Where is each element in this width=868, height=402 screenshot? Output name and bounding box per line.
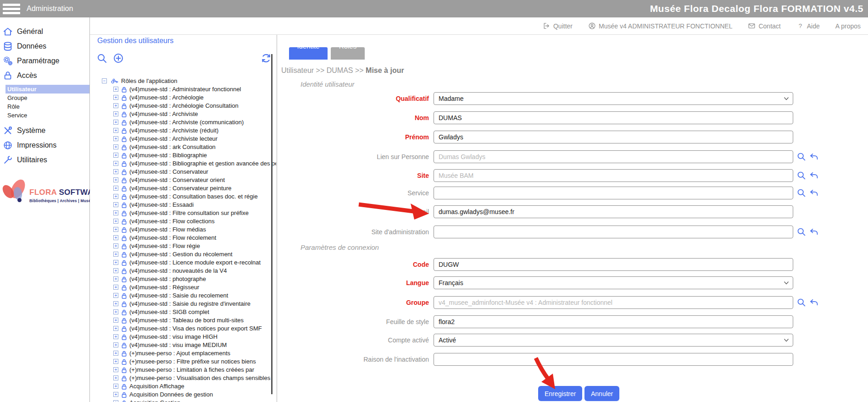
raison-de-l-inactivation-input[interactable] <box>434 353 793 366</box>
sidebar-subitem-utilisateur[interactable]: Utilisateur <box>6 85 89 94</box>
tree-label[interactable]: Acquisition Gestion <box>129 399 180 402</box>
tree-toggle[interactable]: + <box>113 326 118 331</box>
tree-toggle[interactable]: + <box>113 400 118 402</box>
undo-icon[interactable] <box>809 227 819 237</box>
tree-row[interactable]: +(v4)musee-std : visu image HIGH <box>90 333 276 341</box>
tree-row[interactable]: +(v4)musee-std : Bibliographie et gestio… <box>90 160 276 168</box>
search-icon[interactable] <box>96 53 107 64</box>
undo-icon[interactable] <box>809 152 819 161</box>
undo-icon[interactable] <box>809 171 819 180</box>
save-button[interactable]: Enregistrer <box>538 386 582 401</box>
tree-label[interactable]: (v4)musee-std : visu image MEDIUM <box>129 341 227 349</box>
tree-toggle[interactable]: + <box>113 111 118 116</box>
tree-row[interactable]: +(v4)musee-std : Flow médias <box>90 226 276 234</box>
tree-row[interactable]: +Acquisition Affichage <box>90 382 276 391</box>
tree-label[interactable]: (v4)musee-std : Archiviste lecteur <box>129 135 217 143</box>
tree-label[interactable]: (+)musee-perso : Limitation à fiches cré… <box>129 366 254 374</box>
tree-label[interactable]: (v4)musee-std : Bibliographie <box>129 151 207 160</box>
tree-label[interactable]: (v4)musee-std : Gestion du récolement <box>129 250 233 259</box>
tree-label[interactable]: (v4)musee-std : Licence module export e-… <box>129 259 261 267</box>
tree-label[interactable]: (v4)musee-std : Flow médias <box>129 226 206 234</box>
site-input[interactable] <box>434 169 793 182</box>
tree-toggle[interactable]: + <box>113 177 118 182</box>
tree-label[interactable]: (v4)musee-std : Archiviste (communicatio… <box>129 118 244 127</box>
tree-toggle[interactable]: + <box>113 367 118 372</box>
tree-label[interactable]: (v4)musee-std : nouveautés de la V4 <box>129 267 227 275</box>
tree-toggle[interactable]: + <box>113 153 118 158</box>
refresh-icon[interactable] <box>261 53 272 64</box>
tree-label[interactable]: (v4)musee-std : Archiviste <box>129 110 198 118</box>
search-icon[interactable] <box>796 227 806 237</box>
sidebar-item-utilitaires[interactable]: Utilitaires <box>0 153 89 167</box>
tree-toggle[interactable]: + <box>113 375 118 380</box>
tree-row[interactable]: +(v4)musee-std : nouveautés de la V4 <box>90 267 276 275</box>
tree-label[interactable]: (v4)musee-std : Saisie du registre d'inv… <box>129 300 250 308</box>
tree-label[interactable]: (+)musee-perso : Filtre préfixe sur noti… <box>129 358 256 366</box>
tree-toggle[interactable]: + <box>113 95 118 100</box>
tab-identite[interactable]: Identité <box>289 47 328 60</box>
email-input[interactable] <box>434 205 793 218</box>
tree-label[interactable]: (v4)musee-std : Flow régie <box>129 242 200 250</box>
tree-label[interactable]: (v4)musee-std : SIGB complet <box>129 308 209 316</box>
tree-row[interactable]: +(v4)musee-std : Gestion du récolement <box>90 250 276 259</box>
sidebar-item-impressions[interactable]: Impressions <box>0 138 89 153</box>
tree-toggle[interactable]: + <box>113 351 118 356</box>
tree-label[interactable]: (v4)musee-std : Essaadi <box>129 201 194 209</box>
sidebar-subitem-role[interactable]: Rôle <box>6 102 89 111</box>
tree-label[interactable]: (v4)musee-std : ark Consultation <box>129 143 216 151</box>
tree-toggle[interactable]: + <box>113 169 118 174</box>
tree-toggle[interactable]: + <box>113 136 118 141</box>
tree-row[interactable]: +(v4)musee-std : Archiviste (communicati… <box>90 118 276 127</box>
tree-row[interactable]: +(v4)musee-std : Régisseur <box>90 283 276 292</box>
qualificatif-select[interactable]: Madame <box>434 92 793 105</box>
tree-row[interactable]: +(v4)musee-std : visu image MEDIUM <box>90 341 276 349</box>
tree-toggle[interactable]: + <box>113 235 118 240</box>
undo-icon[interactable] <box>809 297 819 307</box>
tree-row[interactable]: +(v4)musee-std : Administrateur fonction… <box>90 85 276 94</box>
tree-label[interactable]: (+)musee-perso : Ajout emplacements <box>129 349 230 358</box>
tree-label[interactable]: (+)musee-perso : Visualisation des champ… <box>129 374 270 382</box>
sidebar-subitem-service[interactable]: Service <box>6 111 89 120</box>
tree-toggle[interactable]: + <box>113 161 118 166</box>
tree-row[interactable]: +(v4)musee-std : Visa des notices pour e… <box>90 325 276 333</box>
tree-toggle[interactable]: + <box>113 120 118 125</box>
tree-toggle[interactable]: + <box>113 87 118 92</box>
tree-row[interactable]: +(v4)musee-std : SIGB complet <box>90 308 276 316</box>
tree-toggle[interactable]: + <box>113 334 118 339</box>
tree-label[interactable]: Rôles de l'application <box>121 77 177 85</box>
sidebar-item-systeme[interactable]: Système <box>0 123 89 138</box>
tree-row[interactable]: +(v4)musee-std : Saisie du recolement <box>90 292 276 300</box>
tree-label[interactable]: (v4)musee-std : Saisie du recolement <box>129 292 228 300</box>
sidebar-item-acces[interactable]: Accès <box>0 68 89 83</box>
sidebar-item-general[interactable]: Général <box>0 24 89 39</box>
utility-link-quitter[interactable]: Quitter <box>543 22 573 30</box>
tree-label[interactable]: (v4)musee-std : visu image HIGH <box>129 333 217 341</box>
tree-row[interactable]: +(v4)musee-std : Archéologie <box>90 94 276 102</box>
tree-row[interactable]: +(v4)musee-std : Conservateur peinture <box>90 184 276 193</box>
tree-row[interactable]: +(+)musee-perso : Limitation à fiches cr… <box>90 366 276 374</box>
tree-label[interactable]: (v4)musee-std : Visa des notices pour ex… <box>129 325 262 333</box>
tree-toggle[interactable]: + <box>113 268 118 273</box>
tree-toggle[interactable]: + <box>113 301 118 306</box>
tree-label[interactable]: (v4)musee-std : Consultation bases doc. … <box>129 193 258 201</box>
langue-select[interactable]: Français <box>434 276 793 289</box>
tree-toggle[interactable]: + <box>113 144 118 149</box>
tree-toggle[interactable]: − <box>102 78 107 83</box>
tree-row[interactable]: +(v4)musee-std : Archiviste <box>90 110 276 118</box>
tree-toggle[interactable]: + <box>113 260 118 265</box>
tree-label[interactable]: (v4)musee-std : Conservateur <box>129 168 208 176</box>
compte-active-select[interactable]: Activé <box>434 334 793 347</box>
tree-label[interactable]: (v4)musee-std : Conservateur orient <box>129 176 225 184</box>
tree-toggle[interactable]: + <box>113 384 118 389</box>
utility-link-contact[interactable]: Contact <box>748 22 780 30</box>
tree-row[interactable]: +(v4)musee-std : Consultation bases doc.… <box>90 193 276 201</box>
tree-row[interactable]: +(v4)musee-std : ark Consultation <box>90 143 276 151</box>
tree-toggle[interactable]: + <box>113 243 118 248</box>
search-icon[interactable] <box>796 188 806 198</box>
lien-sur-personne-input[interactable] <box>434 150 793 163</box>
tree-row[interactable]: +(v4)musee-std : Flow collections <box>90 217 276 226</box>
tree-row[interactable]: +(v4)musee-std : Archiviste lecteur <box>90 135 276 143</box>
tree-row[interactable]: +(v4)musee-std : Flow récolement <box>90 234 276 242</box>
search-icon[interactable] <box>796 297 806 307</box>
tree-row[interactable]: +(+)musee-perso : Ajout emplacements <box>90 349 276 358</box>
